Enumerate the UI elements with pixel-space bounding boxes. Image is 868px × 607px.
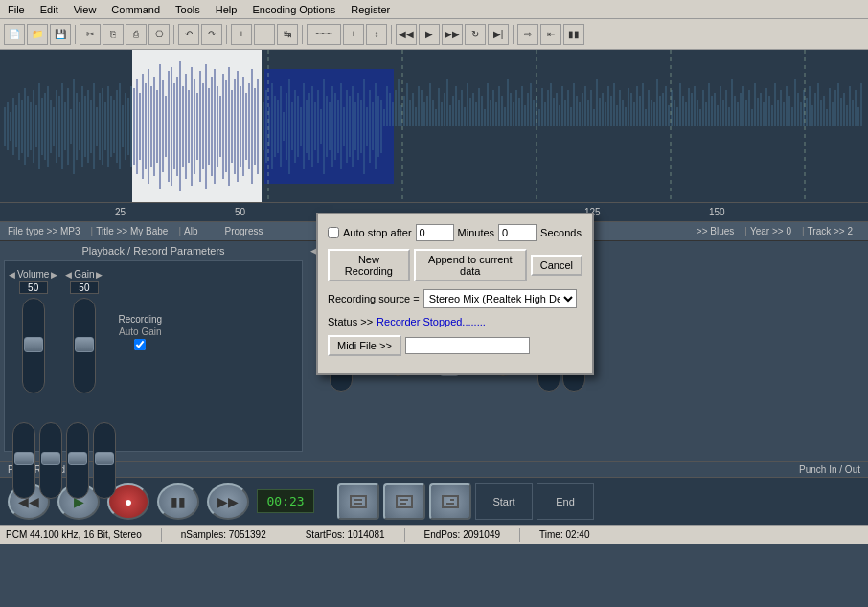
fader-4-knob[interactable] — [95, 452, 114, 465]
endpos-info: EndPos: 2091049 — [424, 529, 501, 540]
svg-rect-440 — [443, 496, 458, 507]
toolbar-sep-3 — [226, 25, 227, 44]
recording-dialog: Auto stop after Minutes Seconds New Reco… — [316, 213, 594, 375]
source-label: Recording source = — [328, 293, 420, 304]
auto-gain-checkbox[interactable] — [134, 339, 146, 350]
volume-knob[interactable] — [24, 337, 43, 352]
paste-button[interactable]: ⎙ — [126, 24, 147, 45]
punch-btn-1[interactable] — [337, 483, 379, 520]
auto-stop-checkbox[interactable] — [328, 227, 339, 238]
move-btn[interactable]: ↕ — [366, 24, 387, 45]
plus-btn[interactable]: + — [343, 24, 364, 45]
redo-button[interactable]: ↷ — [201, 24, 222, 45]
menu-view[interactable]: View — [66, 2, 104, 17]
gain-right-arrow[interactable]: ▶ — [96, 270, 103, 280]
midi-file-input[interactable] — [405, 337, 530, 354]
toolbar-sep-6 — [513, 25, 514, 44]
menu-file[interactable]: File — [0, 2, 33, 17]
fader-3[interactable] — [66, 422, 89, 499]
zoom-fit-button[interactable]: ↹ — [277, 24, 298, 45]
startpos-info: StartPos: 1014081 — [306, 529, 385, 540]
dialog-buttons-row: New Recording Append to current data Can… — [328, 249, 582, 281]
menu-tools[interactable]: Tools — [168, 2, 208, 17]
new-recording-button[interactable]: New Recording — [328, 249, 410, 281]
menu-encoding-options[interactable]: Encoding Options — [244, 2, 343, 17]
loop-btn[interactable]: ↻ — [465, 24, 486, 45]
gain-left-arrow[interactable]: ◀ — [65, 270, 72, 280]
menu-help[interactable]: Help — [208, 2, 245, 17]
end-label: End — [537, 483, 594, 520]
status-sep-2 — [286, 528, 286, 542]
pause-button[interactable]: ▮▮ — [157, 483, 199, 520]
progress-label: Progress — [225, 226, 263, 236]
time-display: 00:23 — [257, 489, 314, 513]
punch-2-icon — [393, 490, 416, 513]
toolbar-sep-4 — [302, 25, 303, 44]
zoom-out-button[interactable]: − — [254, 24, 275, 45]
fader-2[interactable] — [39, 422, 62, 499]
auto-stop-row: Auto stop after Minutes Seconds — [328, 224, 582, 241]
cut-button[interactable]: ✂ — [80, 24, 101, 45]
recording-source-select[interactable]: Stereo Mix (Realtek High Defini — [423, 289, 577, 308]
svg-rect-434 — [351, 496, 366, 507]
volume-fader[interactable] — [22, 298, 45, 393]
volume-group: ◀ Volume ▶ 50 — [9, 269, 57, 395]
status-bar: PCM 44.100 kHz, 16 Bit, Stereo nSamples:… — [0, 525, 868, 544]
toolbar-sep-1 — [75, 25, 76, 44]
copy-button[interactable]: ⎘ — [103, 24, 124, 45]
waveform-btn[interactable]: ~~~ — [307, 24, 341, 45]
punch-btn-3[interactable] — [429, 483, 471, 520]
gain-fader[interactable] — [73, 298, 96, 393]
status-label: Status >> — [328, 316, 373, 327]
gain-knob[interactable] — [75, 337, 94, 352]
fader-2-knob[interactable] — [41, 452, 60, 465]
waveform-area[interactable]: 25 50 125 150 — [0, 50, 868, 222]
volume-value: 50 — [19, 281, 48, 294]
recording-label: Recording — [118, 314, 162, 325]
undo-button[interactable]: ↶ — [178, 24, 199, 45]
fader-1[interactable] — [12, 422, 35, 499]
shrink-btn[interactable]: ⇤ — [540, 24, 561, 45]
left-panel: Playback / Record Parameters ◀ Volume ▶ … — [0, 241, 307, 461]
menu-edit[interactable]: Edit — [33, 2, 66, 17]
expand-btn[interactable]: ⇨ — [517, 24, 538, 45]
transport-controls: ◀◀ ▶ ● ▮▮ ▶▶ 00:23 — [0, 477, 868, 525]
prev-btn[interactable]: ◀◀ — [396, 24, 417, 45]
extra-btn1[interactable]: ⎔ — [148, 24, 170, 45]
volume-right-arrow[interactable]: ▶ — [51, 270, 57, 280]
fast-forward-button[interactable]: ▶▶ — [207, 483, 249, 520]
toolbar-sep-5 — [391, 25, 392, 44]
save-button[interactable]: 💾 — [50, 24, 71, 45]
status-sep-4 — [519, 528, 520, 542]
seconds-input[interactable] — [498, 224, 537, 241]
ruler-mark-50: 50 — [235, 207, 245, 217]
punch-in-btn[interactable]: ▶| — [488, 24, 509, 45]
playback-params-title: Playback / Record Parameters — [4, 245, 303, 257]
menu-bar: File Edit View Command Tools Help Encodi… — [0, 0, 868, 19]
new-button[interactable]: 📄 — [4, 24, 25, 45]
silence-btn[interactable]: ▮▮ — [563, 24, 584, 45]
cancel-button[interactable]: Cancel — [531, 255, 582, 276]
volume-left-arrow[interactable]: ◀ — [9, 270, 15, 280]
menu-command[interactable]: Command — [103, 2, 168, 17]
fader-1-knob[interactable] — [14, 452, 34, 465]
punch-section: Start End — [337, 483, 594, 520]
punch-btn-2[interactable] — [383, 483, 425, 520]
minutes-input[interactable] — [416, 224, 454, 241]
open-button[interactable]: 📁 — [27, 24, 48, 45]
gain-label: Gain — [74, 269, 94, 280]
start-label: Start — [475, 483, 533, 520]
status-value: Recorder Stopped........ — [377, 316, 486, 327]
play-small-btn[interactable]: ▶ — [419, 24, 440, 45]
zoom-in-button[interactable]: + — [231, 24, 252, 45]
genre-info: >> Blues — [697, 226, 734, 236]
auto-stop-label: Auto stop after — [343, 227, 412, 238]
fader-4[interactable] — [93, 422, 116, 499]
ff-btn[interactable]: ▶▶ — [442, 24, 463, 45]
midi-row: Midi File >> — [328, 335, 582, 356]
menu-register[interactable]: Register — [343, 2, 398, 17]
file-type-info: File type >> MP3 — [8, 226, 80, 236]
append-button[interactable]: Append to current data — [414, 249, 527, 281]
fader-3-knob[interactable] — [68, 452, 87, 465]
midi-file-button[interactable]: Midi File >> — [328, 335, 401, 356]
